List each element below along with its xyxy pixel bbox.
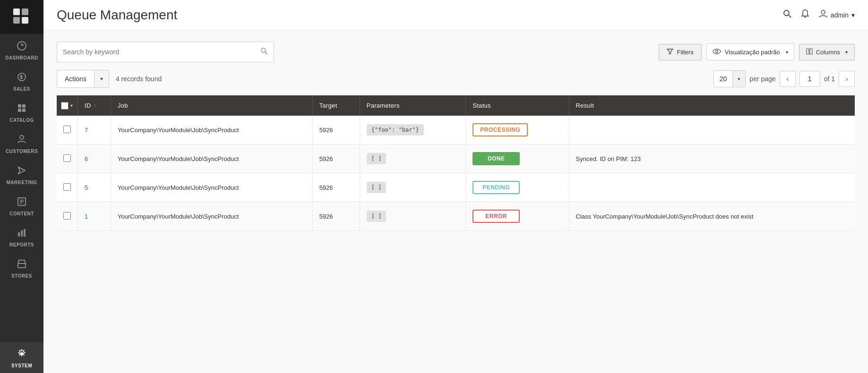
bell-icon[interactable] — [800, 9, 810, 21]
sidebar-item-label: STORES — [11, 273, 32, 279]
pagination: 20 ▾ per page ‹ of 1 › — [713, 70, 855, 87]
page-number-input[interactable] — [799, 71, 820, 87]
svg-rect-31 — [810, 49, 812, 54]
row-parameters: [ ] — [360, 173, 466, 202]
per-page-select[interactable]: 20 ▾ — [713, 70, 746, 87]
svg-rect-20 — [18, 263, 26, 268]
svg-point-28 — [713, 49, 721, 54]
sidebar-item-catalog[interactable]: CATALOG — [0, 96, 43, 127]
col-target[interactable]: Target — [312, 95, 360, 116]
admin-username: admin — [831, 11, 849, 19]
status-badge: PROCESSING — [473, 123, 528, 136]
sidebar-item-label: DASHBOARD — [5, 55, 38, 60]
search-icon[interactable] — [782, 9, 792, 21]
sidebar-item-label: REPORTS — [9, 242, 34, 247]
view-select[interactable]: Visualização padrão ▾ — [706, 43, 794, 60]
svg-rect-2 — [13, 17, 20, 24]
filter-icon — [667, 48, 673, 56]
eye-icon — [713, 48, 721, 56]
row-parameters: {"foo": "bar"} — [360, 116, 466, 144]
row-id: 1 — [78, 202, 111, 231]
col-parameters-label: Parameters — [367, 102, 400, 109]
col-status[interactable]: Status — [466, 95, 569, 116]
sidebar-item-sales[interactable]: $ SALES — [0, 65, 43, 96]
col-parameters[interactable]: Parameters — [360, 95, 466, 116]
svg-marker-27 — [667, 49, 673, 54]
sidebar-item-marketing[interactable]: MARKETING — [0, 159, 43, 190]
actions-chevron-icon[interactable]: ▾ — [95, 70, 109, 87]
params-badge: [ ] — [367, 153, 387, 164]
row-id: 7 — [78, 116, 111, 144]
svg-rect-8 — [22, 104, 26, 108]
row-checkbox[interactable] — [63, 183, 71, 191]
svg-rect-3 — [22, 17, 28, 24]
row-status: ERROR — [466, 202, 569, 231]
actions-dropdown-label: Actions — [57, 70, 95, 87]
search-submit-icon[interactable] — [260, 47, 268, 57]
sidebar-item-reports[interactable]: REPORTS — [0, 221, 43, 252]
sidebar-item-label: CONTENT — [9, 211, 34, 216]
svg-text:$: $ — [20, 74, 23, 80]
row-job: YourCompany\YourModule\Job\SyncProduct — [111, 173, 313, 202]
col-target-label: Target — [319, 102, 337, 109]
header-actions: admin ▾ — [782, 9, 855, 21]
row-checkbox-cell[interactable] — [57, 144, 78, 173]
search-input[interactable] — [63, 48, 260, 56]
row-result — [569, 116, 855, 144]
admin-user-menu[interactable]: admin ▾ — [818, 9, 855, 21]
actions-dropdown[interactable]: Actions ▾ — [57, 70, 109, 88]
status-badge: ERROR — [473, 210, 520, 223]
row-checkbox[interactable] — [63, 154, 71, 162]
select-all-checkbox[interactable] — [61, 102, 69, 110]
columns-chevron-icon: ▾ — [845, 50, 848, 55]
sidebar-item-label: CUSTOMERS — [6, 149, 38, 154]
row-target: 5926 — [312, 116, 360, 144]
row-job: YourCompany\YourModule\Job\SyncProduct — [111, 144, 313, 173]
svg-rect-9 — [18, 109, 21, 112]
sidebar-logo[interactable] — [0, 0, 43, 34]
svg-line-23 — [789, 15, 791, 17]
svg-rect-30 — [807, 49, 809, 54]
sidebar-item-system[interactable]: SYSTEM — [0, 342, 43, 373]
row-checkbox-cell[interactable] — [57, 116, 78, 144]
row-checkbox[interactable] — [63, 212, 71, 220]
col-status-label: Status — [473, 102, 491, 109]
search-box[interactable] — [57, 42, 274, 62]
row-checkbox[interactable] — [63, 126, 71, 133]
sidebar-item-stores[interactable]: STORES — [0, 252, 43, 283]
content-icon — [17, 196, 27, 209]
col-id[interactable]: ID ↑ — [78, 95, 111, 116]
catalog-icon — [17, 103, 27, 116]
sidebar-item-customers[interactable]: CUSTOMERS — [0, 127, 43, 159]
status-badge: DONE — [473, 152, 520, 165]
row-checkbox-cell[interactable] — [57, 202, 78, 231]
columns-button[interactable]: Columns ▾ — [799, 44, 855, 60]
svg-point-22 — [784, 10, 789, 16]
status-badge: PENDING — [473, 181, 520, 194]
row-checkbox-cell[interactable] — [57, 173, 78, 202]
next-page-button[interactable]: › — [839, 71, 855, 87]
sidebar-item-dashboard[interactable]: DASHBOARD — [0, 34, 43, 65]
select-all-chevron-icon[interactable]: ▾ — [70, 103, 73, 108]
table-header: ▾ ID ↑ Job Target — [57, 95, 855, 116]
col-result[interactable]: Result — [569, 95, 855, 116]
params-badge: [ ] — [367, 182, 387, 193]
params-badge: {"foo": "bar"} — [367, 124, 424, 136]
sort-asc-icon[interactable]: ↑ — [94, 103, 96, 108]
row-parameters: [ ] — [360, 144, 466, 173]
filters-button[interactable]: Filters — [659, 44, 701, 60]
col-job[interactable]: Job — [111, 95, 313, 116]
marketing-icon — [17, 165, 27, 178]
actions-row: Actions ▾ 4 records found 20 ▾ per page … — [57, 70, 855, 88]
row-target: 5926 — [312, 144, 360, 173]
select-all-column[interactable]: ▾ — [57, 95, 78, 116]
per-page-chevron-icon[interactable]: ▾ — [733, 71, 745, 87]
row-status: PROCESSING — [466, 116, 569, 144]
sidebar-item-content[interactable]: CONTENT — [0, 190, 43, 221]
actions-left: Actions ▾ 4 records found — [57, 70, 162, 88]
table-row: 6 YourCompany\YourModule\Job\SyncProduct… — [57, 144, 855, 173]
filter-label: Filters — [677, 49, 693, 56]
prev-page-button[interactable]: ‹ — [780, 71, 796, 87]
svg-point-25 — [261, 48, 266, 52]
customers-icon — [17, 134, 27, 147]
